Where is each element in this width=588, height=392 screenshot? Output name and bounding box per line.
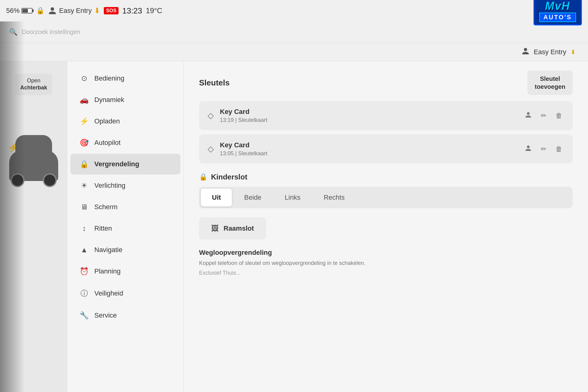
person-assign-icon-2 <box>525 145 532 152</box>
sidebar-label-navigatie: Navigatie <box>94 246 123 254</box>
key-card-icon-2: ◇ <box>208 144 214 154</box>
sos-badge[interactable]: SOS <box>104 7 119 14</box>
sidebar-item-ritten[interactable]: ↕ Ritten <box>70 218 180 239</box>
key-card-assign-btn-2[interactable] <box>523 143 533 155</box>
sidebar-label-service: Service <box>94 311 117 319</box>
car-wheel-right <box>43 173 57 187</box>
time-display: 13:23 <box>122 6 142 16</box>
navigate-icon: ▲ <box>80 246 89 254</box>
screen-icon: 🖥 <box>80 203 89 211</box>
sidebar-item-opladen[interactable]: ⚡ Opladen <box>70 111 180 132</box>
clock-icon: ⏰ <box>80 267 89 276</box>
sidebar-label-opladen: Opladen <box>94 117 120 125</box>
key-card-assign-btn-1[interactable] <box>523 110 533 122</box>
sidebar-label-vergrendeling: Vergrendeling <box>94 160 139 168</box>
sidebar-label-ritten: Ritten <box>94 224 112 232</box>
info-icon: ⓘ <box>80 288 89 298</box>
battery-indicator: 56% <box>6 7 32 15</box>
download-arrow-icon: ⬇ <box>94 6 100 15</box>
key-card-info-2: Key Card 13:05 | Sleutelkaart <box>220 141 517 157</box>
kinderslot-links-button[interactable]: Links <box>274 189 311 206</box>
key-card-edit-btn-1[interactable]: ✏ <box>539 110 548 122</box>
profile-bar-person-icon <box>522 47 530 57</box>
profile-indicator[interactable]: Easy Entry ⬇ <box>48 6 100 15</box>
temperature-display: 19°C <box>146 6 162 15</box>
battery-bar <box>21 8 32 13</box>
raamslot-label: Raamslot <box>224 224 254 232</box>
key-card-icon-1: ◇ <box>208 111 214 120</box>
sidebar-item-bediening[interactable]: ⊙ Bediening <box>70 68 180 89</box>
sidebar-item-scherm[interactable]: 🖥 Scherm <box>70 197 180 217</box>
key-card-detail-1: 13:19 | Sleutelkaart <box>220 117 517 123</box>
kinderslot-section: 🔒 Kinderslot Uit Beide Links Rechts <box>199 173 573 208</box>
toggle-icon: ⊙ <box>80 74 89 83</box>
key-card-detail-2: 13:05 | Sleutelkaart <box>220 150 517 157</box>
person-assign-icon <box>525 111 532 118</box>
key-card-edit-btn-2[interactable]: ✏ <box>539 143 548 155</box>
status-bar: 56% 🔒 Easy Entry ⬇ SOS 13:23 19°C MvH AU… <box>0 0 588 21</box>
search-input-placeholder[interactable]: Doorzoek instellingen <box>22 28 80 36</box>
sidebar-label-veiligheid: Veiligheid <box>94 289 123 297</box>
wrench-icon: 🔧 <box>80 311 89 320</box>
battery-fill <box>22 9 28 13</box>
car-icon: 🚗 <box>80 96 89 104</box>
key-card-1: ◇ Key Card 13:19 | Sleutelkaart ✏ 🗑 <box>199 101 573 130</box>
sidebar-item-verlichting[interactable]: ☀ Verlichting <box>70 175 180 196</box>
kinderslot-title: Kinderslot <box>211 173 247 181</box>
lock-icon: 🔒 <box>80 160 89 168</box>
sleutels-title: Sleutels <box>199 78 230 88</box>
sidebar-label-dynamiek: Dynamiek <box>94 96 124 104</box>
status-left: 56% 🔒 Easy Entry ⬇ SOS 13:23 19°C <box>6 6 162 16</box>
key-card-actions-1: ✏ 🗑 <box>523 110 564 122</box>
wegloop-title: Wegloopvergrendeling <box>199 249 573 257</box>
car-panel: Open Achterbak ⚡ <box>0 61 67 392</box>
mvh-logo-top: MvH <box>545 0 570 13</box>
kinderslot-rechts-button[interactable]: Rechts <box>313 189 356 206</box>
profile-bar-arrow-icon: ⬇ <box>571 48 576 56</box>
battery-tip <box>32 9 34 12</box>
key-card-delete-btn-1[interactable]: 🗑 <box>554 110 564 122</box>
kinderslot-uit-button[interactable]: Uit <box>201 189 232 206</box>
sidebar-label-verlichting: Verlichting <box>94 182 126 190</box>
route-icon: ↕ <box>80 224 89 233</box>
kinderslot-lock-icon: 🔒 <box>199 173 207 181</box>
person-icon <box>48 6 57 15</box>
profile-bar: Easy Entry ⬇ <box>0 43 588 61</box>
sidebar-item-autopilot[interactable]: 🎯 Autopilot <box>70 132 180 153</box>
bolt-icon: ⚡ <box>80 117 89 126</box>
wegloop-section: Wegloopvergrendeling Koppel telefoon of … <box>199 249 573 276</box>
sidebar-item-veiligheid[interactable]: ⓘ Veiligheid <box>70 282 180 304</box>
sidebar-item-dynamiek[interactable]: 🚗 Dynamiek <box>70 89 180 110</box>
add-key-button[interactable]: Sleutel toevoegen <box>527 70 573 95</box>
lock-status-icon: 🔒 <box>36 7 44 15</box>
open-trunk-button[interactable]: Open Achterbak <box>15 74 52 95</box>
kinderslot-beide-button[interactable]: Beide <box>233 189 272 206</box>
search-bar: 🔍 Doorzoek instellingen <box>0 21 588 43</box>
kinderslot-header: 🔒 Kinderslot <box>199 173 573 181</box>
search-icon: 🔍 <box>9 28 17 36</box>
car-wheel-left <box>11 173 24 187</box>
mvh-logo: MvH AUTO'S <box>533 0 582 25</box>
sidebar-item-planning[interactable]: ⏰ Planning <box>70 261 180 282</box>
sidebar-label-scherm: Scherm <box>94 203 118 211</box>
car-image: ⚡ <box>6 107 61 187</box>
profile-name: Easy Entry <box>59 7 92 15</box>
key-card-actions-2: ✏ 🗑 <box>523 143 564 155</box>
wegloop-sub: Exclusief Thuis... <box>199 270 573 276</box>
sidebar: ⊙ Bediening 🚗 Dynamiek ⚡ Opladen 🎯 Autop… <box>67 61 184 392</box>
main-content: 🔍 Doorzoek instellingen Easy Entry ⬇ Ope… <box>0 21 588 392</box>
key-card-delete-btn-2[interactable]: 🗑 <box>554 143 564 155</box>
key-card-name-1: Key Card <box>220 108 517 116</box>
sidebar-item-vergrendeling[interactable]: 🔒 Vergrendeling <box>70 154 180 175</box>
raamslot-button[interactable]: 🖼 Raamslot <box>199 217 266 239</box>
steering-icon: 🎯 <box>80 138 89 147</box>
sidebar-label-autopilot: Autopilot <box>94 139 121 147</box>
sidebar-item-navigatie[interactable]: ▲ Navigatie <box>70 239 180 260</box>
key-card-2: ◇ Key Card 13:05 | Sleutelkaart ✏ 🗑 <box>199 134 573 164</box>
profile-bar-name: Easy Entry <box>534 48 566 56</box>
raamslot-icon: 🖼 <box>211 224 219 233</box>
wegloop-description: Koppel telefoon of sleutel om wegloopver… <box>199 259 573 267</box>
sidebar-item-service[interactable]: 🔧 Service <box>70 305 180 326</box>
mvh-logo-bottom: AUTO'S <box>539 13 576 22</box>
battery-percent: 56% <box>6 7 20 15</box>
